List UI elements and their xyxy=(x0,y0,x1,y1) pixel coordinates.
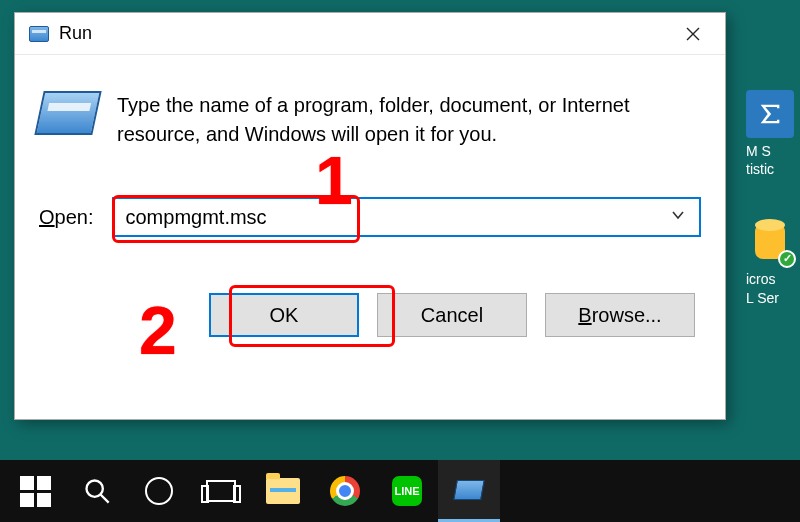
start-button[interactable] xyxy=(4,460,66,522)
search-icon xyxy=(83,477,111,505)
search-button[interactable] xyxy=(66,460,128,522)
task-view-icon xyxy=(206,480,236,502)
cortana-button[interactable] xyxy=(128,460,190,522)
svg-line-1 xyxy=(101,495,109,503)
chrome-icon xyxy=(330,476,360,506)
sigma-icon xyxy=(746,90,794,138)
button-row: OK Cancel Browse... xyxy=(39,293,701,337)
close-icon xyxy=(685,26,701,42)
task-view-button[interactable] xyxy=(190,460,252,522)
titlebar: Run xyxy=(15,13,725,55)
browse-button[interactable]: Browse... xyxy=(545,293,695,337)
chrome-button[interactable] xyxy=(314,460,376,522)
window-title: Run xyxy=(59,23,665,44)
close-button[interactable] xyxy=(665,13,721,55)
run-icon xyxy=(453,480,485,500)
cortana-icon xyxy=(145,477,173,505)
open-input[interactable] xyxy=(124,205,668,230)
run-large-icon xyxy=(34,91,101,135)
desktop-icon-label: M Stistic xyxy=(746,142,800,178)
database-icon xyxy=(746,218,794,266)
open-combobox[interactable] xyxy=(112,197,702,237)
instruction-text: Type the name of a program, folder, docu… xyxy=(117,91,701,149)
desktop-icon-stats[interactable]: M Stistic xyxy=(740,90,800,178)
ok-button[interactable]: OK xyxy=(209,293,359,337)
chevron-down-icon[interactable] xyxy=(667,208,689,226)
folder-icon xyxy=(266,478,300,504)
run-dialog: Run Type the name of a program, folder, … xyxy=(14,12,726,420)
svg-point-0 xyxy=(87,481,103,497)
file-explorer-button[interactable] xyxy=(252,460,314,522)
line-app-button[interactable]: LINE xyxy=(376,460,438,522)
desktop-icon-label: icrosL Ser xyxy=(746,270,800,306)
run-icon xyxy=(29,26,49,42)
line-icon: LINE xyxy=(392,476,422,506)
taskbar: LINE xyxy=(0,460,800,522)
desktop-icon-sql[interactable]: icrosL Ser xyxy=(740,218,800,306)
run-taskbar-button[interactable] xyxy=(438,460,500,522)
open-label: Open: xyxy=(39,206,94,229)
cancel-button[interactable]: Cancel xyxy=(377,293,527,337)
windows-icon xyxy=(20,476,51,507)
